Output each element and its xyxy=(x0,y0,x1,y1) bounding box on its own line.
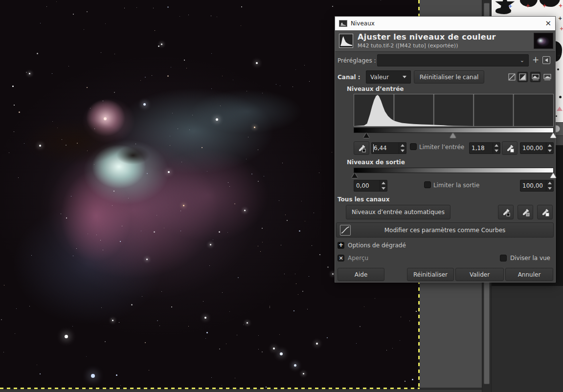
reset-channel-button[interactable]: Réinitialiser le canal xyxy=(414,70,484,84)
pick-all-gray-button[interactable] xyxy=(518,205,533,219)
ok-button[interactable]: Valider xyxy=(455,268,504,281)
expander-plus-icon[interactable] xyxy=(338,242,344,249)
star xyxy=(52,121,53,122)
spinner-arrows[interactable] xyxy=(399,143,406,153)
star xyxy=(213,240,213,240)
clamp-input-checkbox[interactable] xyxy=(410,143,417,150)
star xyxy=(72,326,73,327)
clamp-output-checkbox[interactable] xyxy=(424,181,431,188)
histogram-scale-linear-icon[interactable] xyxy=(530,72,540,82)
output-high-input[interactable]: 100,00 xyxy=(520,180,554,192)
output-white-slider[interactable] xyxy=(550,173,556,178)
white-point-slider[interactable] xyxy=(550,133,556,138)
star xyxy=(12,86,14,87)
close-icon[interactable]: ✕ xyxy=(545,20,551,27)
spinner-arrows[interactable] xyxy=(546,180,553,191)
histogram[interactable] xyxy=(354,94,554,127)
split-view-checkbox[interactable] xyxy=(500,255,507,261)
star xyxy=(211,377,212,378)
cancel-button[interactable]: Annuler xyxy=(505,268,553,281)
star xyxy=(31,255,32,256)
star xyxy=(103,101,103,101)
channel-dropdown[interactable]: Valeur xyxy=(366,70,411,84)
star xyxy=(262,351,263,352)
auto-input-levels-button[interactable]: Niveaux d’entrée automatiques xyxy=(346,205,450,219)
star xyxy=(66,145,67,146)
star xyxy=(279,334,280,335)
star xyxy=(76,248,77,249)
edit-as-curves-button[interactable]: Modifier ces paramètres comme Courbes xyxy=(336,222,554,238)
star xyxy=(295,274,295,274)
star xyxy=(356,343,357,344)
star xyxy=(114,92,115,93)
star xyxy=(258,246,258,246)
star xyxy=(247,91,247,91)
image-preview-thumbnail xyxy=(534,33,553,49)
star xyxy=(285,215,286,215)
gamma-input[interactable]: 1,18 xyxy=(469,142,500,154)
bright-star xyxy=(303,373,304,374)
black-point-input[interactable]: 6,44 xyxy=(371,142,406,154)
white-point-input[interactable]: 100,00 xyxy=(520,142,554,154)
pick-all-white-button[interactable] xyxy=(537,205,553,219)
input-slider-track[interactable] xyxy=(354,133,554,138)
gamma-slider[interactable] xyxy=(450,133,456,138)
spinner-up-icon xyxy=(546,143,553,148)
presets-dropdown[interactable]: ⌄ xyxy=(377,54,529,66)
levels-dialog: Niveaux ✕ Ajuster les niveaux de couleur… xyxy=(335,16,556,283)
add-preset-button[interactable]: + xyxy=(531,56,540,65)
star xyxy=(258,349,259,349)
star xyxy=(87,11,88,12)
star xyxy=(186,68,187,68)
channel-value: Valeur xyxy=(370,74,389,81)
star xyxy=(15,333,15,334)
black-point-slider[interactable] xyxy=(363,133,369,138)
star xyxy=(279,200,279,201)
output-levels-heading: Niveaux de sortie xyxy=(347,159,405,166)
chevron-down-icon xyxy=(403,76,406,78)
output-black-slider[interactable] xyxy=(352,173,358,178)
star xyxy=(412,379,413,380)
spinner-arrows[interactable] xyxy=(546,143,553,153)
preset-menu-button[interactable] xyxy=(542,56,550,64)
window-title: Niveaux xyxy=(351,20,375,27)
spinner-arrows[interactable] xyxy=(493,143,500,153)
star xyxy=(219,231,220,233)
input-gradient-bar xyxy=(354,128,554,133)
gradient-options-label[interactable]: Options de dégradé xyxy=(348,242,406,249)
log-histogram-icon[interactable] xyxy=(518,72,528,82)
preview-checkbox[interactable] xyxy=(338,255,344,261)
star xyxy=(86,356,87,357)
star xyxy=(189,130,190,130)
star xyxy=(161,291,162,292)
pick-white-point-button[interactable] xyxy=(502,141,518,155)
star xyxy=(18,177,19,178)
help-button[interactable]: Aide xyxy=(338,268,384,281)
star xyxy=(128,198,129,198)
star xyxy=(227,232,228,233)
dialog-titlebar[interactable]: Niveaux ✕ xyxy=(335,17,555,30)
pick-all-black-button[interactable] xyxy=(498,205,514,219)
star xyxy=(211,16,211,16)
star xyxy=(26,72,27,73)
output-slider-track[interactable] xyxy=(354,173,554,178)
histogram-scale-log-icon[interactable] xyxy=(542,72,552,82)
linear-histogram-icon[interactable] xyxy=(507,72,517,82)
brush-speck xyxy=(557,68,559,70)
star xyxy=(327,266,329,268)
star xyxy=(251,174,252,174)
star xyxy=(270,306,270,306)
pick-black-point-button[interactable] xyxy=(354,141,369,155)
star xyxy=(262,93,263,93)
reset-button[interactable]: Réinitialiser xyxy=(407,268,454,281)
star xyxy=(172,113,173,113)
star xyxy=(381,0,381,0)
output-low-input[interactable]: 0,00 xyxy=(354,180,387,192)
window-icon xyxy=(339,20,347,27)
spinner-arrows[interactable] xyxy=(380,180,387,191)
star xyxy=(280,86,280,86)
star xyxy=(142,296,142,297)
star xyxy=(159,326,160,326)
star xyxy=(276,84,276,85)
plus-marker-icon: + xyxy=(542,4,546,8)
